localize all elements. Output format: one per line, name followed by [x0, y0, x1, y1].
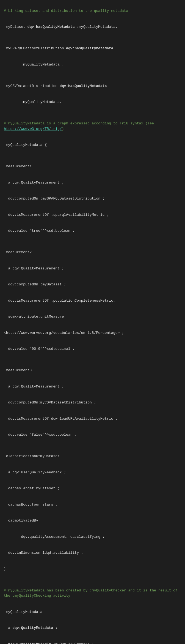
measurement2-value: dqv:value "90.0"^^xsd:decimal .	[4, 347, 74, 351]
classification-hasTarget: oa:hasTarget:myDataset ;	[4, 486, 60, 490]
measurement2-computedOn: dqv:computedOn :myDataset ;	[4, 282, 66, 286]
measurement3-type: a dqv:QualityMeasurement ;	[4, 384, 64, 389]
measurement3-isMeasurementOf: dqv:isMeasurementOf:downloadURLAvailabil…	[4, 417, 117, 421]
measurement2-label: :measurement2	[4, 250, 32, 254]
metadata-node: :myQualityMetadata	[4, 610, 42, 614]
line-3b: :myQualityMetadata .	[4, 62, 64, 67]
metadata-close: }	[4, 567, 6, 571]
line-metadata-open: :myQualityMetadata {	[4, 143, 47, 147]
measurement3-label: :measurement3	[4, 368, 32, 372]
classification-hasBody: oa:hasBody:four_stars ;	[4, 503, 57, 507]
measurement1-type: a dqv:QualityMeasurement ;	[4, 181, 64, 185]
classification-type: a dqv:UserQualityFeedback ;	[4, 470, 66, 474]
code-content: # Linking dataset and distribution to th…	[4, 3, 181, 644]
classification-motivatedBy-value: dqv:qualityAssessment, oa:classifying ;	[4, 535, 105, 539]
classification-label: :classificationOfmyDataset	[4, 454, 60, 458]
measurement3-value: dqv:value "false"^^xsd:boolean .	[4, 433, 77, 437]
metadata-wasAttributedTo: prov:wasAttributedTo :myQualityChecker ;	[4, 642, 94, 644]
classification-inDimension: dqv:inDimension ldqd:availability .	[4, 551, 83, 555]
measurement1-computedOn: dqv:computedOn :mySPARQLDatasetDistribut…	[4, 197, 105, 201]
measurement1-label: :measurement1	[4, 164, 32, 168]
comment-line-1: # Linking dataset and distribution to th…	[4, 9, 128, 13]
measurement2-percentage: <http://www.wurvoc.org/vocabularies/om-1…	[4, 331, 124, 335]
comment-checker: #:myQualityMetadata has been created by …	[4, 588, 180, 598]
measurement1-value: dqv:value "true"^^xsd:boolean .	[4, 229, 74, 233]
metadata-type: a dqv:QualityMetadata ;	[4, 626, 57, 630]
measurement3-computedOn: dqv:computedOn:myCSVDatasetDistribution …	[4, 400, 96, 405]
measurement2-unitMeasure: sdmx-attribute:unitMeasure	[4, 315, 64, 319]
line-3: :mySPARQLDatasetDistribution dqv:hasQual…	[4, 46, 113, 50]
comment-trig: #:myQualityMatadata is a graph expressed…	[4, 121, 156, 131]
line-2: :myDataset dqv:hasQualityMetadata :myQua…	[4, 25, 118, 29]
measurement2-isMeasurementOf: dqv:isMeasurementOf :populationCompleten…	[4, 299, 115, 303]
line-4: :myCSVDatasetDistribution dqv:hasQuality…	[4, 84, 107, 88]
measurement2-type: a dqv:QualityMeasurement ;	[4, 266, 64, 271]
line-4b: :myQualityMetadata.	[4, 100, 62, 104]
classification-motivatedBy: oa:motivatedBy	[4, 519, 38, 523]
measurement1-isMeasurementOf: dqv:isMeasurementOf :sparqlAvailabilityM…	[4, 213, 109, 217]
